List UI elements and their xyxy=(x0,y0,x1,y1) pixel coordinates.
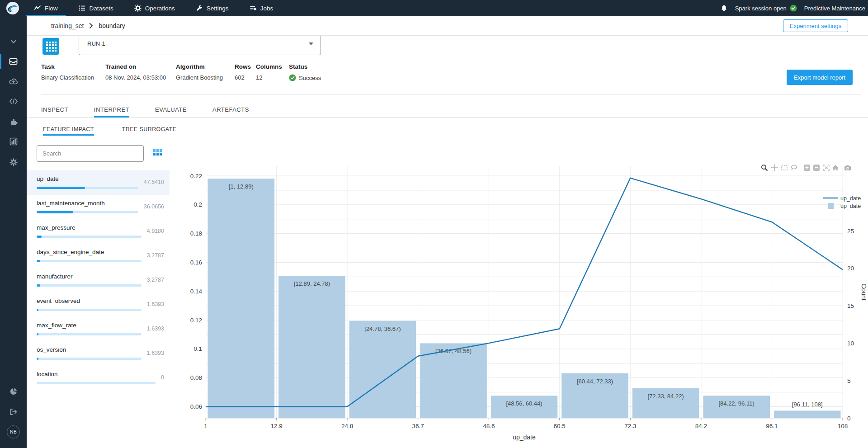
chevron-down-icon xyxy=(11,40,16,43)
x-ticks: 112.924.836.748.660.572.384.296.1108 xyxy=(204,418,848,429)
svg-text:0.1: 0.1 xyxy=(193,345,202,352)
model-info-row: TaskBinary ClassificationTrained on08 No… xyxy=(41,63,343,81)
run-selector[interactable]: Runs RUN-1 xyxy=(79,35,321,55)
nav-item-datasets[interactable]: Datasets xyxy=(71,0,122,16)
feature-name: os_version xyxy=(37,346,142,353)
bin-label: [12.89, 24.78) xyxy=(294,280,330,287)
breadcrumb-parent[interactable]: training_set xyxy=(51,22,84,29)
bin-label: [60.44, 72.33) xyxy=(577,378,613,385)
info-label: Algorithm xyxy=(176,63,235,70)
application-window: FlowDatasetsOperationsSettingsJobs Spark… xyxy=(0,0,868,448)
feature-name: up_date xyxy=(37,175,138,182)
info-value: Gradient Boosting xyxy=(176,74,235,81)
zoom-icon[interactable] xyxy=(762,165,768,171)
spark-ok-icon xyxy=(790,5,797,12)
breadcrumb: training_set boundary xyxy=(51,16,125,35)
sidebar-item-bar-chart[interactable] xyxy=(0,132,27,151)
jobs-icon xyxy=(250,5,257,12)
grid-view-icon[interactable] xyxy=(153,149,162,156)
tab-evaluate[interactable]: EVALUATE xyxy=(155,102,187,117)
feature-list: up_date47.5410last_maintenance_month36.0… xyxy=(27,170,170,390)
svg-text:48.6: 48.6 xyxy=(483,423,495,429)
feature-row-event_observed[interactable]: event_observed1.6393 xyxy=(27,292,170,317)
legend-label: up_date xyxy=(840,203,861,209)
reset-axes-icon[interactable] xyxy=(833,165,839,170)
model-tile-icon[interactable] xyxy=(42,38,59,55)
export-model-report-button[interactable]: Export model report xyxy=(787,70,853,85)
sidebar-item-chevron-down[interactable] xyxy=(0,33,27,51)
breadcrumb-bar: training_set boundary Experiment setting… xyxy=(27,16,868,36)
nav-item-jobs[interactable]: Jobs xyxy=(241,0,282,16)
svg-text:0: 0 xyxy=(847,415,851,422)
info-value: 602 xyxy=(235,74,256,81)
subtab-feature-impact[interactable]: FEATURE IMPACT xyxy=(43,123,94,136)
sidebar-item-code[interactable] xyxy=(0,92,27,110)
experiment-settings-button[interactable]: Experiment settings xyxy=(783,19,848,32)
feature-row-max_pressure[interactable]: max_pressure4.9180 xyxy=(27,219,170,244)
bin-label: [24.78, 36.67) xyxy=(364,325,401,332)
feature-name: event_observed xyxy=(37,297,142,304)
nav-item-flow[interactable]: Flow xyxy=(26,0,66,16)
sidebar-item-gear[interactable] xyxy=(0,153,27,171)
nav-item-operations[interactable]: Operations xyxy=(126,0,183,16)
model-tabs: INSPECTINTERPRETEVALUATEARTEFACTS xyxy=(27,102,868,118)
svg-text:15: 15 xyxy=(847,302,854,309)
chart-legend[interactable]: up_dateup_date xyxy=(823,195,861,209)
feature-row-manufacturer[interactable]: manufacturer3.2787 xyxy=(27,268,170,292)
sidebar-item-pie-chart[interactable] xyxy=(0,382,27,401)
feature-impact-bar xyxy=(37,236,142,238)
feature-row-last_maintenance_month[interactable]: last_maintenance_month36.0656 xyxy=(27,195,170,219)
svg-text:96.1: 96.1 xyxy=(766,423,778,429)
info-label: Status xyxy=(289,63,343,70)
feature-impact-value: 3.2787 xyxy=(147,252,164,259)
legend-label: up_date xyxy=(840,195,861,202)
svg-text:0.12: 0.12 xyxy=(190,317,202,324)
user-avatar[interactable]: NB xyxy=(0,423,27,441)
cloud-upload-icon xyxy=(9,78,18,85)
svg-text:0.14: 0.14 xyxy=(190,288,203,295)
sidebar-item-plugin[interactable] xyxy=(0,113,27,131)
sidebar-item-inbox[interactable] xyxy=(0,52,27,71)
feature-name: manufacturer xyxy=(37,273,142,280)
search-input[interactable] xyxy=(37,145,144,162)
info-label: Columns xyxy=(256,63,289,70)
feature-name: max_flow_rate xyxy=(37,322,142,329)
feature-row-days_since_engine_date[interactable]: days_since_engine_date3.2787 xyxy=(27,244,170,268)
nav-item-label: Settings xyxy=(207,5,229,12)
autoscale-icon[interactable] xyxy=(824,165,829,170)
plotly-modebar xyxy=(762,164,851,171)
operations-icon xyxy=(134,5,142,12)
zoom-in-icon[interactable] xyxy=(804,165,810,171)
feature-row-up_date[interactable]: up_date47.5410 xyxy=(27,170,170,195)
info-label: Rows xyxy=(235,63,256,70)
feature-row-os_version[interactable]: os_version1.6393 xyxy=(27,341,170,366)
app-logo[interactable] xyxy=(5,1,20,15)
lasso-select-icon[interactable] xyxy=(792,165,797,170)
info-field-rows: Rows602 xyxy=(235,63,256,81)
tab-inspect[interactable]: INSPECT xyxy=(41,102,68,117)
camera-icon[interactable] xyxy=(844,165,851,171)
pie-chart-icon xyxy=(9,387,18,396)
feature-impact-bar xyxy=(37,333,142,335)
box-select-icon[interactable] xyxy=(782,166,787,170)
inbox-icon xyxy=(9,58,18,65)
zoom-out-icon[interactable] xyxy=(813,165,820,171)
histogram-bars[interactable]: [1, 12.89)[12.89, 24.78)[24.78, 36.67)[3… xyxy=(208,179,841,418)
feature-name: location xyxy=(37,371,156,377)
feature-row-max_flow_rate[interactable]: max_flow_rate1.6393 xyxy=(27,317,170,341)
sign-out-icon xyxy=(9,408,18,415)
tab-interpret[interactable]: INTERPRET xyxy=(94,102,129,117)
subtab-tree-surrogate[interactable]: TREE SURROGATE xyxy=(122,123,177,136)
bin-label: [72.33, 84.22) xyxy=(647,393,684,400)
code-icon xyxy=(9,98,18,104)
section-divider xyxy=(41,94,861,94)
project-name[interactable]: Predictive Maintenance xyxy=(804,5,865,12)
nav-item-settings[interactable]: Settings xyxy=(188,0,237,16)
notifications-bell-icon[interactable] xyxy=(720,5,728,12)
tab-artefacts[interactable]: ARTEFACTS xyxy=(212,102,249,117)
feature-row-location[interactable]: location0 xyxy=(27,366,170,390)
sidebar-item-sign-out[interactable] xyxy=(0,403,27,421)
sidebar-item-cloud-upload[interactable] xyxy=(0,72,27,90)
svg-text:108: 108 xyxy=(838,423,848,429)
avatar-initials: NB xyxy=(7,425,20,439)
